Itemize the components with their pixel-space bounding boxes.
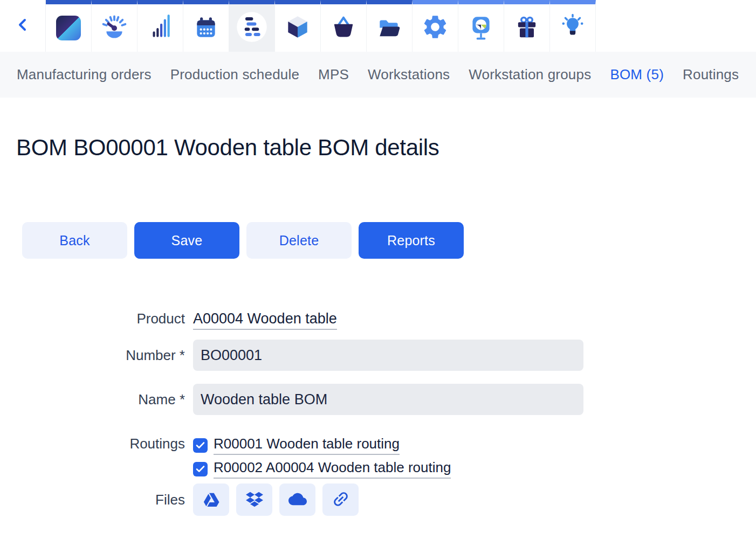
name-input[interactable] bbox=[193, 384, 583, 415]
app-tile-procurement[interactable] bbox=[321, 0, 367, 52]
app-tile-logo[interactable] bbox=[46, 0, 92, 52]
folder-icon bbox=[376, 13, 403, 43]
nav-item-manufacturing-orders[interactable]: Manufacturing orders bbox=[17, 66, 152, 83]
routing-option: R00002 A00004 Wooden table routing bbox=[193, 459, 451, 479]
files-label: Files bbox=[0, 492, 185, 508]
calendar-icon bbox=[193, 13, 219, 43]
link-icon bbox=[331, 489, 350, 510]
section-navbar: Manufacturing orders Production schedule… bbox=[0, 52, 756, 98]
basket-icon bbox=[330, 13, 357, 43]
presentation-chart-icon bbox=[468, 13, 494, 43]
page-title: BOM BO00001 Wooden table BOM details bbox=[16, 135, 439, 161]
app-tile-settings[interactable] bbox=[413, 0, 458, 52]
dashboard-gauge-icon bbox=[100, 13, 128, 43]
routings-row: Routings R00001 Wooden table routing R00… bbox=[0, 436, 451, 483]
logo-icon bbox=[56, 16, 81, 40]
action-buttons: Back Save Delete Reports bbox=[22, 222, 464, 259]
nav-item-workstation-groups[interactable]: Workstation groups bbox=[469, 66, 591, 83]
product-row: Product A00004 Wooden table bbox=[0, 310, 337, 327]
google-drive-icon bbox=[202, 490, 221, 509]
dropbox-icon bbox=[245, 490, 264, 509]
app-tile-calendar[interactable] bbox=[183, 0, 229, 52]
routings-label: Routings bbox=[0, 436, 185, 452]
delete-button[interactable]: Delete bbox=[246, 222, 352, 259]
routing-checkbox-1[interactable] bbox=[193, 438, 208, 453]
app-tile-reports[interactable] bbox=[458, 0, 504, 52]
nav-item-bom[interactable]: BOM (5) bbox=[610, 66, 664, 83]
product-link[interactable]: A00004 Wooden table bbox=[193, 310, 337, 330]
dropbox-button[interactable] bbox=[236, 483, 272, 516]
back-nav-button[interactable] bbox=[0, 0, 46, 52]
app-tile-documents[interactable] bbox=[367, 0, 413, 52]
cube-icon bbox=[284, 13, 311, 43]
app-tile-production-planning[interactable] bbox=[229, 0, 275, 52]
save-button[interactable]: Save bbox=[134, 222, 239, 259]
nav-item-mps[interactable]: MPS bbox=[318, 66, 349, 83]
check-icon bbox=[196, 441, 205, 449]
app-tile-stock[interactable] bbox=[275, 0, 321, 52]
routing-link-1[interactable]: R00001 Wooden table routing bbox=[214, 436, 400, 455]
name-label: Name * bbox=[0, 391, 185, 408]
gift-icon bbox=[513, 13, 540, 43]
product-label: Product bbox=[0, 310, 185, 327]
routing-checkbox-2[interactable] bbox=[193, 462, 208, 476]
number-row: Number * bbox=[0, 340, 583, 371]
attach-link-button[interactable] bbox=[322, 483, 359, 516]
routing-link-2[interactable]: R00002 A00004 Wooden table routing bbox=[214, 459, 451, 479]
number-input[interactable] bbox=[193, 340, 583, 371]
app-toolbar bbox=[0, 0, 756, 52]
nav-item-routings[interactable]: Routings bbox=[683, 66, 739, 83]
app-tile-statistics[interactable] bbox=[138, 0, 183, 52]
check-icon bbox=[196, 465, 205, 473]
nav-item-workstations[interactable]: Workstations bbox=[368, 66, 450, 83]
number-label: Number * bbox=[0, 347, 185, 364]
nav-item-production-schedule[interactable]: Production schedule bbox=[170, 66, 299, 83]
google-drive-button[interactable] bbox=[193, 483, 229, 516]
chevron-left-icon bbox=[16, 17, 30, 35]
app-tile-ideas[interactable] bbox=[550, 0, 596, 52]
gantt-chart-icon bbox=[236, 11, 267, 45]
app-tile-rewards[interactable] bbox=[504, 0, 550, 52]
app-tile-dashboard[interactable] bbox=[92, 0, 138, 52]
reports-button[interactable]: Reports bbox=[359, 222, 464, 259]
onedrive-button[interactable] bbox=[279, 483, 315, 516]
routing-option: R00001 Wooden table routing bbox=[193, 436, 451, 455]
back-button[interactable]: Back bbox=[22, 222, 127, 259]
gear-icon bbox=[421, 13, 449, 43]
idea-bulb-icon bbox=[559, 13, 586, 43]
onedrive-icon bbox=[287, 490, 308, 510]
name-row: Name * bbox=[0, 384, 583, 415]
bar-chart-icon bbox=[147, 13, 174, 43]
files-row: Files bbox=[0, 483, 359, 516]
